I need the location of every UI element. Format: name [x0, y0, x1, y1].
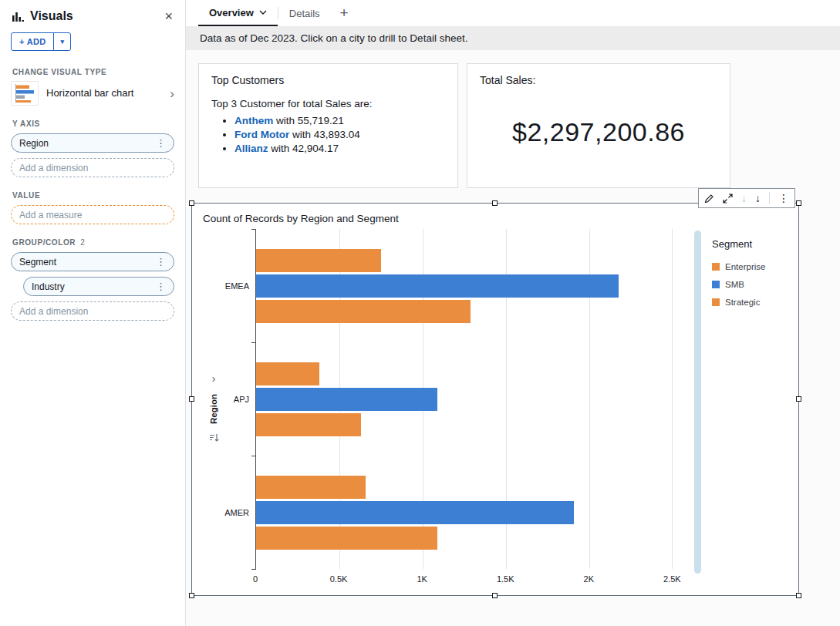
chart-scrollbar[interactable] — [694, 231, 701, 574]
visual-type-selector[interactable]: Horizontal bar chart › — [11, 81, 174, 106]
panel-title: Visuals — [30, 9, 73, 23]
visual-toolbar: ↓ ↓ ⋮ — [698, 188, 795, 208]
selected-visual[interactable]: ↓ ↓ ⋮ Count of Records by Region and Seg… — [191, 203, 799, 596]
field-well-region[interactable]: Region ⋮ — [11, 133, 174, 153]
placeholder-label: Add a dimension — [19, 163, 88, 173]
y-axis-category-label[interactable]: APJ — [224, 342, 255, 456]
resize-handle[interactable] — [796, 200, 801, 206]
list-item: Ford Motor with 43,893.04 — [234, 129, 445, 140]
total-sales-value: $2,297,200.86 — [480, 86, 717, 177]
sheet-canvas: Top Customers Top 3 Customer for total S… — [186, 50, 840, 626]
bar-group-amer — [256, 456, 689, 569]
add-button-label[interactable]: + ADD — [12, 33, 53, 50]
maximize-icon[interactable] — [723, 194, 733, 204]
total-sales-card[interactable]: Total Sales: $2,297,200.86 — [467, 63, 730, 188]
legend-label: Strategic — [725, 298, 760, 307]
kebab-icon[interactable]: ⋮ — [156, 137, 166, 149]
add-visual-button[interactable]: + ADD ▾ — [11, 32, 71, 51]
resize-handle[interactable] — [796, 396, 801, 402]
legend-item-strategic[interactable]: Strategic — [712, 298, 788, 307]
menu-kebab-icon[interactable]: ⋮ — [778, 193, 789, 204]
customer-link[interactable]: Ford Motor — [234, 129, 289, 140]
bar-apj-enterprise[interactable] — [256, 362, 319, 385]
plot-area — [255, 229, 689, 569]
value-section-label: VALUE — [12, 191, 173, 200]
legend-item-smb[interactable]: SMB — [712, 280, 788, 289]
resize-handle[interactable] — [796, 593, 801, 598]
chevron-right-icon: › — [170, 87, 174, 100]
chart-body: › Region EMEAAPJAMER 00.5K1K1.5K2K2.5K — [203, 229, 788, 586]
sort-icon[interactable] — [209, 433, 219, 443]
bar-emea-strategic[interactable] — [256, 300, 471, 323]
arrow-down-disabled-icon: ↓ — [741, 193, 747, 204]
legend-swatch — [712, 281, 720, 288]
visual-type-name: Horizontal bar chart — [46, 87, 139, 100]
group-color-count: 2 — [80, 238, 85, 247]
group-color-label: GROUP/COLOR — [12, 238, 76, 247]
customer-link[interactable]: Anthem — [234, 115, 273, 126]
tab-details[interactable]: Details — [278, 0, 331, 26]
field-well-segment[interactable]: Segment ⋮ — [11, 252, 174, 271]
legend-swatch — [712, 263, 720, 271]
toolbar-divider — [769, 192, 770, 204]
tab-details-label: Details — [289, 8, 320, 19]
group-color-section-label: GROUP/COLOR2 — [12, 238, 173, 247]
bar-emea-smb[interactable] — [256, 274, 619, 298]
add-dimension-y-axis[interactable]: Add a dimension — [11, 158, 174, 177]
resize-handle[interactable] — [189, 396, 194, 402]
bar-chart-visual: Count of Records by Region and Segment ›… — [192, 204, 798, 595]
arrow-down-icon[interactable]: ↓ — [755, 193, 761, 204]
customer-link[interactable]: Allianz — [234, 143, 268, 154]
expand-chevron-icon[interactable]: › — [212, 372, 216, 385]
visuals-panel: Visuals × + ADD ▾ CHANGE VISUAL TYPE Hor… — [0, 0, 186, 626]
visuals-panel-header: Visuals × — [0, 9, 185, 31]
bar-apj-smb[interactable] — [256, 388, 437, 411]
x-axis: 00.5K1K1.5K2K2.5K — [255, 569, 689, 586]
bar-group-emea — [256, 229, 689, 342]
customer-detail: with 43,893.04 — [292, 129, 360, 140]
resize-handle[interactable] — [492, 593, 498, 598]
add-dropdown-caret-icon[interactable]: ▾ — [53, 33, 70, 50]
legend-item-enterprise[interactable]: Enterprise — [712, 262, 788, 271]
add-dimension-group-color[interactable]: Add a dimension — [11, 301, 174, 321]
tab-overview[interactable]: Overview — [198, 0, 278, 26]
field-well-industry[interactable]: Industry ⋮ — [23, 277, 174, 296]
y-axis-section-label: Y AXIS — [12, 119, 173, 128]
y-axis-title[interactable]: Region — [209, 394, 218, 424]
insight-cards-row: Top Customers Top 3 Customer for total S… — [198, 63, 840, 188]
x-tick-label: 2K — [584, 574, 594, 584]
resize-handle[interactable] — [189, 593, 194, 598]
legend-label: SMB — [725, 280, 744, 289]
bar-amer-enterprise[interactable] — [256, 476, 366, 499]
placeholder-label: Add a dimension — [19, 306, 88, 317]
top-customers-list: Anthem with 55,719.21 Ford Motor with 43… — [234, 115, 445, 154]
kebab-icon[interactable]: ⋮ — [156, 281, 166, 292]
top-customers-card[interactable]: Top Customers Top 3 Customer for total S… — [198, 63, 458, 188]
edit-pencil-icon[interactable] — [704, 194, 714, 204]
close-icon[interactable]: × — [164, 9, 173, 23]
legend-label: Enterprise — [725, 262, 765, 271]
plus-icon: + — [340, 5, 349, 22]
add-sheet-button[interactable]: + — [331, 0, 358, 26]
legend-swatch — [712, 298, 720, 306]
bar-apj-strategic[interactable] — [256, 413, 361, 436]
y-axis-category-label[interactable]: AMER — [224, 456, 255, 569]
scrollbar-track — [689, 229, 706, 586]
bar-amer-smb[interactable] — [256, 501, 574, 524]
field-label: Industry — [32, 281, 65, 292]
legend: Segment Enterprise SMB Str — [706, 229, 788, 586]
horizontal-bar-chart-icon — [11, 81, 39, 106]
add-measure-value[interactable]: Add a measure — [11, 205, 174, 224]
y-axis-category-label[interactable]: EMEA — [224, 229, 255, 342]
placeholder-label: Add a measure — [19, 210, 82, 220]
x-tick-label: 1K — [417, 574, 427, 584]
bar-amer-strategic[interactable] — [256, 527, 437, 550]
bar-emea-enterprise[interactable] — [256, 249, 381, 272]
kebab-icon[interactable]: ⋮ — [156, 256, 166, 268]
chevron-down-icon[interactable] — [259, 10, 267, 15]
list-item: Allianz with 42,904.17 — [234, 143, 445, 154]
resize-handle[interactable] — [492, 200, 498, 206]
plot-column: 00.5K1K1.5K2K2.5K — [255, 229, 689, 586]
x-tick-label: 0.5K — [330, 574, 348, 584]
resize-handle[interactable] — [189, 200, 194, 206]
